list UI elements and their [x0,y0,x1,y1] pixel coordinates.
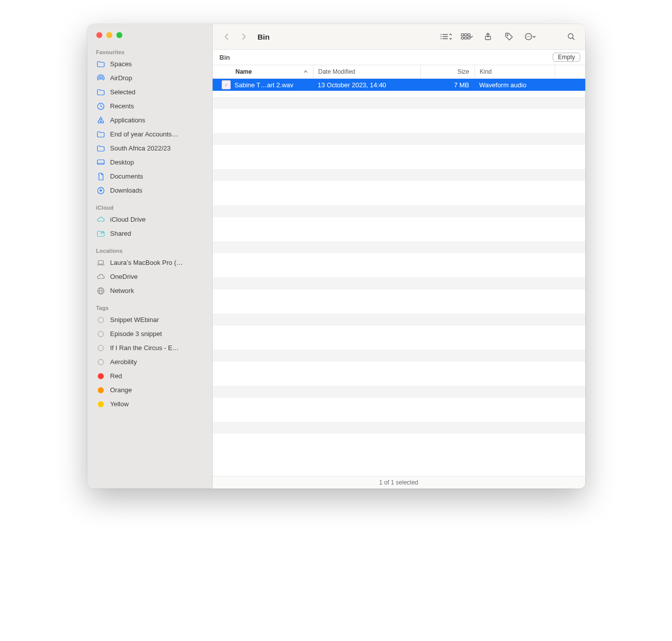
sidebar-item[interactable]: Snippet WEbinar [92,313,207,327]
status-bar: 1 of 1 selected [213,476,585,489]
sidebar-heading: Locations [92,248,207,256]
file-list[interactable]: ♪Sabine T…art 2.wav13 October 2023, 14:4… [213,79,585,476]
sidebar-item-label: Orange [110,386,203,395]
column-header-date[interactable]: Date Modified [313,65,420,78]
close-window-button[interactable] [96,32,102,38]
fullscreen-window-button[interactable] [116,32,122,38]
sidebar-item-label: South Africa 2022/23 [110,144,203,153]
sidebar-item[interactable]: Spaces [92,57,207,71]
sidebar-item[interactable]: AirDrop [92,71,207,85]
window-controls [92,24,207,42]
apps-icon [96,116,105,125]
doc-icon [96,172,105,181]
sidebar-item[interactable]: Red [92,369,207,383]
sidebar-item-label: Recents [110,102,203,111]
empty-row [213,97,585,109]
forward-button[interactable] [237,30,251,44]
column-header-size[interactable]: Size [420,65,474,78]
toolbar: Bin [213,24,585,50]
sidebar-item-label: iCloud Drive [110,215,203,224]
sidebar: FavouritesSpacesAirDropSelectedRecentsAp… [87,24,213,489]
svg-rect-19 [464,34,467,36]
toolbar-title: Bin [258,33,270,41]
sidebar-item-label: AirDrop [110,74,203,83]
view-mode-button[interactable] [439,30,453,44]
column-header-kind[interactable]: Kind [474,65,555,78]
tag-color-icon [98,331,104,337]
sidebar-item[interactable]: iCloud Drive [92,213,207,227]
sidebar-item-label: Snippet WEbinar [110,315,203,325]
column-headers: Name Date Modified Size Kind [213,65,585,79]
folder-icon [96,130,105,139]
tags-button[interactable] [502,30,516,44]
finder-window: FavouritesSpacesAirDropSelectedRecentsAp… [87,24,585,489]
folder-icon [96,144,105,153]
empty-row [213,440,585,452]
sidebar-item-label: Shared [110,229,203,238]
list-view-icon [440,32,452,41]
sidebar-item-label: End of year Accounts… [110,130,203,139]
svg-point-28 [528,36,529,37]
location-bar: Bin Empty [213,50,585,65]
svg-point-15 [440,34,441,35]
clock-icon [96,102,105,111]
empty-row [213,277,585,289]
ellipsis-circle-icon [524,32,536,41]
sidebar-item-label: Yellow [110,400,203,409]
empty-row [213,386,585,398]
sidebar-item[interactable]: If I Ran the Circus - E… [92,341,207,355]
search-button[interactable] [564,30,578,44]
sidebar-item[interactable]: South Africa 2022/23 [92,141,207,155]
sidebar-item[interactable]: Downloads [92,184,207,198]
svg-rect-22 [464,37,467,39]
sidebar-item[interactable]: Applications [92,113,207,127]
empty-row [213,115,585,127]
table-row[interactable]: ♪Sabine T…art 2.wav13 October 2023, 14:4… [213,79,585,91]
sidebar-item-label: Red [110,372,203,381]
sidebar-item[interactable]: Laura’s MacBook Pro (… [92,256,207,270]
empty-row [213,295,585,307]
group-by-button[interactable] [460,30,474,44]
sidebar-heading: Tags [92,305,207,313]
more-actions-button[interactable] [523,30,537,44]
laptop-icon [96,258,105,267]
sidebar-item[interactable]: Desktop [92,155,207,170]
minimize-window-button[interactable] [106,32,112,38]
empty-row [213,259,585,271]
empty-trash-button[interactable]: Empty [553,53,580,62]
tag-color-icon [98,387,104,393]
svg-point-27 [527,36,528,37]
sidebar-item[interactable]: Selected [92,85,207,99]
globe-icon [96,286,105,295]
empty-row [213,223,585,235]
sidebar-item[interactable]: Recents [92,99,207,113]
svg-rect-7 [98,261,103,264]
sidebar-item-label: Episode 3 snippet [110,330,203,339]
chevron-up-icon [303,69,308,74]
empty-row [213,368,585,380]
sidebar-item[interactable]: Episode 3 snippet [92,327,207,341]
share-button[interactable] [481,30,495,44]
sidebar-item[interactable]: Network [92,284,207,298]
svg-line-31 [572,38,574,40]
sidebar-item[interactable]: Aerobility [92,355,207,369]
download-icon [96,186,105,195]
svg-rect-2 [97,160,104,165]
cell-kind: Waveform audio [474,81,555,89]
column-header-name[interactable]: Name [213,65,313,78]
sidebar-item[interactable]: Yellow [92,397,207,411]
column-header-label: Size [457,68,469,75]
cell-name: ♪Sabine T…art 2.wav [213,80,313,89]
sidebar-item[interactable]: Documents [92,170,207,184]
sidebar-item[interactable]: Shared [92,227,207,241]
sidebar-item-label: Spaces [110,60,203,69]
sidebar-item-label: Laura’s MacBook Pro (… [110,258,203,267]
share-icon [483,32,492,41]
sidebar-item[interactable]: End of year Accounts… [92,127,207,141]
empty-row [213,332,585,344]
sidebar-item[interactable]: Orange [92,383,207,397]
back-button[interactable] [220,30,234,44]
sidebar-item[interactable]: OneDrive [92,270,207,284]
main-pane: Bin [213,24,585,489]
sidebar-section: TagsSnippet WEbinarEpisode 3 snippetIf I… [92,305,207,411]
